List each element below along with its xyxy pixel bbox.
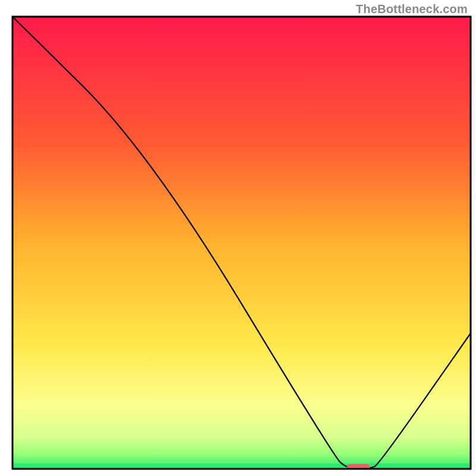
watermark-label: TheBottleneck.com bbox=[356, 2, 468, 16]
bottleneck-chart bbox=[0, 0, 476, 476]
chart-wrapper: TheBottleneck.com bbox=[0, 0, 476, 476]
